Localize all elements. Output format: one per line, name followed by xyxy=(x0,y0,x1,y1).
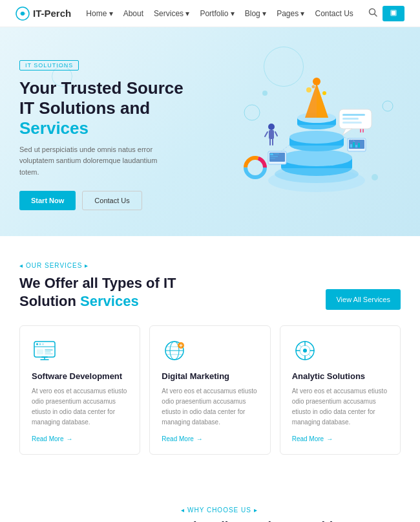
digital-marketing-icon xyxy=(162,338,187,364)
nav-contact[interactable]: Contact Us xyxy=(315,9,353,18)
service-card-analytics: Analytic Solutions At vero eos et accusa… xyxy=(280,325,401,455)
contact-us-button[interactable]: Contact Us xyxy=(82,191,142,210)
nav-portfolio[interactable]: Portfolio ▾ xyxy=(200,9,234,18)
svg-point-21 xyxy=(322,91,326,95)
nav-cta-button[interactable] xyxy=(383,6,404,21)
search-icon[interactable] xyxy=(368,8,377,19)
nav-about[interactable]: About xyxy=(123,9,143,18)
svg-rect-45 xyxy=(355,145,357,147)
svg-rect-40 xyxy=(270,158,275,159)
svg-point-48 xyxy=(383,101,393,111)
logo-text: IT-Perch xyxy=(33,8,71,19)
logo[interactable]: IT-Perch xyxy=(16,6,71,21)
svg-marker-18 xyxy=(317,83,328,118)
analytic-solutions-icon xyxy=(292,338,318,364)
svg-point-63 xyxy=(36,343,38,345)
svg-point-22 xyxy=(312,85,315,88)
svg-point-65 xyxy=(42,343,44,345)
services-header: We Offer all Types of IT Solution Servic… xyxy=(19,274,401,310)
why-tag: WHY CHOOSE US xyxy=(181,506,401,514)
svg-line-89 xyxy=(308,354,311,357)
svg-line-3 xyxy=(375,14,377,17)
svg-rect-44 xyxy=(353,142,355,147)
svg-rect-57 xyxy=(342,122,362,124)
svg-rect-66 xyxy=(37,349,43,354)
svg-rect-39 xyxy=(270,156,278,157)
nav-services[interactable]: Services ▾ xyxy=(154,9,189,18)
service-2-desc: At vero eos et accusamus etiusto odio pr… xyxy=(162,386,258,428)
hero-buttons: Start Now Contact Us xyxy=(19,191,213,210)
svg-point-23 xyxy=(268,124,275,130)
svg-point-1 xyxy=(21,12,25,16)
nav-blog[interactable]: Blog ▾ xyxy=(245,9,266,18)
svg-point-20 xyxy=(306,87,311,92)
services-title: We Offer all Types of IT Solution Servic… xyxy=(19,274,176,310)
why-content: WHY CHOOSE US Why Clients Choose With Us… xyxy=(181,506,401,522)
service-1-desc: At vero eos et accusamus etiusto odio pr… xyxy=(32,386,128,428)
hero-illustration xyxy=(233,67,401,203)
why-choose-section: WHY CHOOSE US Why Clients Choose With Us… xyxy=(0,481,420,522)
svg-rect-5 xyxy=(392,11,395,15)
service-2-title: Digital Marketing xyxy=(162,371,258,381)
service-2-read-more[interactable]: Read More xyxy=(162,435,258,442)
why-title: Why Clients Choose With Us Again and Aga… xyxy=(181,519,401,522)
svg-rect-24 xyxy=(269,130,274,139)
service-1-read-more[interactable]: Read More xyxy=(32,435,128,442)
svg-point-10 xyxy=(281,149,352,166)
svg-point-83 xyxy=(303,349,307,353)
svg-rect-43 xyxy=(350,144,352,147)
service-cards: Software Development At vero eos et accu… xyxy=(19,325,401,455)
svg-point-19 xyxy=(313,78,320,85)
start-now-button[interactable]: Start Now xyxy=(19,191,76,210)
logo-icon xyxy=(16,6,30,21)
svg-rect-46 xyxy=(358,143,360,147)
svg-point-47 xyxy=(244,105,260,120)
service-card-software: Software Development At vero eos et accu… xyxy=(19,325,140,455)
hero-badge: IT SOLUTIONS xyxy=(19,60,79,71)
service-3-title: Analytic Solutions xyxy=(292,371,388,381)
software-dev-icon xyxy=(32,338,58,364)
service-1-title: Software Development xyxy=(32,371,128,381)
svg-line-51 xyxy=(281,145,289,151)
hero-section: IT SOLUTIONS Your Trusted Source IT Solu… xyxy=(0,27,420,236)
svg-line-88 xyxy=(299,344,301,347)
hero-description: Sed ut perspiciatis unde omnis natus err… xyxy=(19,144,174,179)
nav-home[interactable]: Home ▾ xyxy=(86,9,112,18)
services-section: OUR SERVICES We Offer all Types of IT So… xyxy=(0,236,420,481)
hero-title: Your Trusted Source IT Solutions and Ser… xyxy=(19,78,213,139)
svg-rect-55 xyxy=(342,114,365,116)
svg-rect-37 xyxy=(270,153,273,155)
why-illustration xyxy=(19,506,162,522)
navigation: IT-Perch Home ▾ About Services ▾ Portfol… xyxy=(0,0,420,27)
service-3-read-more[interactable]: Read More xyxy=(292,435,388,442)
svg-rect-56 xyxy=(342,118,359,120)
services-tag: OUR SERVICES xyxy=(19,262,401,269)
svg-point-49 xyxy=(262,91,268,96)
hero-content: IT SOLUTIONS Your Trusted Source IT Solu… xyxy=(19,60,213,210)
svg-point-64 xyxy=(39,343,41,345)
nav-links: Home ▾ About Services ▾ Portfolio ▾ Blog… xyxy=(86,9,353,18)
svg-line-25 xyxy=(265,132,268,136)
service-3-desc: At vero eos et accusamus etiusto odio pr… xyxy=(292,386,388,428)
svg-marker-54 xyxy=(342,129,352,135)
view-all-services-button[interactable]: View All Services xyxy=(326,289,401,310)
nav-actions xyxy=(368,6,404,21)
svg-point-50 xyxy=(372,174,378,180)
svg-line-26 xyxy=(275,132,277,136)
nav-pages[interactable]: Pages ▾ xyxy=(277,9,304,18)
svg-rect-38 xyxy=(274,153,279,155)
service-card-marketing: Digital Marketing At vero eos et accusam… xyxy=(149,325,270,455)
svg-point-13 xyxy=(289,131,344,144)
